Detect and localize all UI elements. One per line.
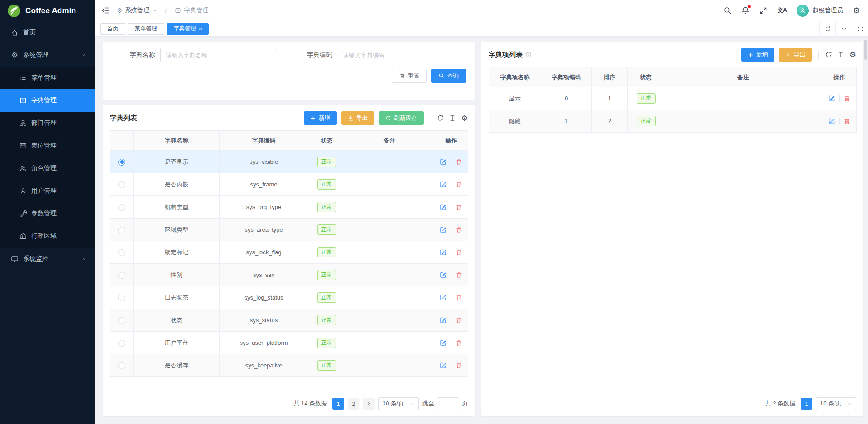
next-page-button[interactable] bbox=[363, 398, 375, 410]
tab-maximize-icon[interactable] bbox=[852, 21, 868, 36]
close-icon[interactable]: × bbox=[199, 26, 202, 32]
table-row[interactable]: 机构类型 sys_org_type 正常 bbox=[110, 196, 468, 219]
dict-code-input[interactable] bbox=[338, 48, 453, 62]
tab-menu-management[interactable]: 菜单管理 bbox=[128, 23, 164, 35]
fullscreen-icon[interactable] bbox=[760, 6, 768, 14]
delete-icon[interactable] bbox=[455, 249, 462, 256]
row-radio[interactable] bbox=[118, 159, 125, 166]
delete-icon[interactable] bbox=[455, 204, 462, 210]
table-row[interactable]: 状态 sys_status 正常 bbox=[110, 309, 468, 332]
edit-icon[interactable] bbox=[828, 118, 835, 124]
user-menu[interactable]: 超级管理员 bbox=[797, 5, 843, 17]
row-radio[interactable] bbox=[118, 272, 125, 279]
sidebar-item-dict-management[interactable]: 字典管理 bbox=[0, 89, 95, 112]
row-radio[interactable] bbox=[118, 181, 125, 188]
tab-refresh-icon[interactable] bbox=[819, 21, 835, 36]
row-radio[interactable] bbox=[118, 295, 125, 301]
reset-button[interactable]: 重置 bbox=[392, 69, 427, 83]
row-height-icon[interactable] bbox=[837, 51, 845, 59]
edit-icon[interactable] bbox=[440, 204, 447, 210]
main-area: ⚙ 系统管理 / 字典管理 文A 超级管理员 ⚙ 首页 菜单管理 bbox=[95, 0, 868, 424]
edit-icon[interactable] bbox=[440, 181, 447, 188]
tab-dropdown-chevron-icon[interactable] bbox=[835, 21, 852, 36]
edit-icon[interactable] bbox=[440, 294, 447, 301]
breadcrumb-system[interactable]: ⚙ 系统管理 bbox=[117, 6, 157, 14]
refresh-cache-button[interactable]: 刷新缓存 bbox=[379, 111, 424, 125]
table-refresh-icon[interactable] bbox=[437, 114, 444, 122]
sidebar-item-home[interactable]: 首页 bbox=[0, 21, 95, 44]
dict-name-cell: 是否缓存 bbox=[134, 354, 220, 377]
table-row[interactable]: 性别 sys_sex 正常 bbox=[110, 264, 468, 286]
edit-icon[interactable] bbox=[828, 95, 835, 102]
row-radio[interactable] bbox=[118, 227, 125, 233]
edit-icon[interactable] bbox=[440, 158, 447, 165]
sidebar-item-role-management[interactable]: 角色管理 bbox=[0, 157, 95, 180]
table-row[interactable]: 日志状态 sys_log_status 正常 bbox=[110, 286, 468, 309]
table-row[interactable]: 锁定标记 sys_lock_flag 正常 bbox=[110, 241, 468, 264]
table-row[interactable]: 是否缓存 sys_keepalive 正常 bbox=[110, 354, 468, 377]
sidebar-collapse-icon[interactable] bbox=[101, 6, 110, 15]
table-row[interactable]: 是否显示 sys_visible 正常 bbox=[110, 151, 468, 173]
translate-icon[interactable]: 文A bbox=[778, 6, 787, 14]
tab-dict-management[interactable]: 字典管理 × bbox=[167, 23, 209, 35]
notification-bell-icon[interactable] bbox=[741, 6, 750, 14]
table-refresh-icon[interactable] bbox=[825, 51, 833, 59]
sidebar-item-system-monitor[interactable]: 系统监控 bbox=[0, 248, 95, 270]
edit-icon[interactable] bbox=[440, 272, 447, 278]
table-row[interactable]: 用户平台 sys_user_platform 正常 bbox=[110, 332, 468, 354]
page-button-1[interactable]: 1 bbox=[332, 398, 344, 410]
sidebar-item-param-management[interactable]: 参数管理 bbox=[0, 202, 95, 225]
jump-page-input[interactable] bbox=[437, 397, 459, 410]
row-height-icon[interactable] bbox=[449, 114, 457, 122]
delete-icon[interactable] bbox=[455, 158, 462, 165]
delete-icon[interactable] bbox=[455, 294, 462, 301]
delete-icon[interactable] bbox=[844, 118, 850, 124]
delete-icon[interactable] bbox=[455, 226, 462, 233]
sidebar-item-menu-management[interactable]: 菜单管理 bbox=[0, 67, 95, 89]
row-radio[interactable] bbox=[118, 317, 125, 324]
page-size-select[interactable]: 10 条/页 bbox=[378, 397, 419, 410]
column-settings-gear-icon[interactable]: ⚙ bbox=[461, 114, 468, 122]
table-row[interactable]: 是否内嵌 sys_frame 正常 bbox=[110, 173, 468, 196]
row-radio[interactable] bbox=[118, 204, 125, 211]
window-scrollbar-thumb[interactable] bbox=[864, 40, 867, 60]
sidebar-item-system-management[interactable]: ⚙ 系统管理 bbox=[0, 44, 95, 67]
edit-icon[interactable] bbox=[440, 249, 447, 256]
table-row[interactable]: 显示 0 1 正常 bbox=[489, 87, 857, 110]
tab-home[interactable]: 首页 bbox=[100, 23, 125, 35]
query-button[interactable]: 查询 bbox=[431, 69, 466, 83]
delete-icon[interactable] bbox=[844, 95, 850, 102]
sidebar-item-dept-management[interactable]: 部门管理 bbox=[0, 112, 95, 134]
settings-gear-icon[interactable]: ⚙ bbox=[853, 7, 860, 14]
page-button-1[interactable]: 1 bbox=[801, 398, 812, 410]
add-item-button[interactable]: 新增 bbox=[741, 48, 774, 62]
sidebar-item-admin-region[interactable]: 行政区域 bbox=[0, 225, 95, 248]
delete-icon[interactable] bbox=[455, 339, 462, 346]
search-icon[interactable] bbox=[723, 6, 731, 14]
page-button-2[interactable]: 2 bbox=[348, 398, 359, 410]
app-logo[interactable]: Coffee Admin bbox=[0, 0, 95, 21]
row-radio[interactable] bbox=[118, 340, 125, 347]
delete-icon[interactable] bbox=[455, 317, 462, 324]
sidebar-item-post-management[interactable]: 岗位管理 bbox=[0, 134, 95, 157]
column-header: 排序 bbox=[592, 67, 628, 87]
sidebar-item-user-management[interactable]: 用户管理 bbox=[0, 180, 95, 202]
edit-icon[interactable] bbox=[440, 317, 447, 324]
delete-icon[interactable] bbox=[455, 181, 462, 188]
page-size-select[interactable]: 10 条/页 bbox=[816, 397, 856, 410]
edit-icon[interactable] bbox=[440, 226, 447, 233]
table-row[interactable]: 区域类型 sys_area_type 正常 bbox=[110, 219, 468, 241]
edit-icon[interactable] bbox=[440, 362, 447, 369]
row-radio[interactable] bbox=[118, 362, 125, 369]
export-button[interactable]: 导出 bbox=[341, 111, 374, 125]
dict-name-input[interactable] bbox=[160, 48, 276, 62]
edit-icon[interactable] bbox=[440, 339, 447, 346]
export-items-button[interactable]: 导出 bbox=[779, 48, 812, 62]
add-button[interactable]: 新增 bbox=[304, 111, 337, 125]
table-row[interactable]: 隐藏 1 2 正常 bbox=[489, 110, 857, 133]
page-unit: 页 bbox=[462, 400, 468, 408]
column-settings-gear-icon[interactable]: ⚙ bbox=[849, 51, 856, 59]
row-radio[interactable] bbox=[118, 249, 125, 256]
delete-icon[interactable] bbox=[455, 362, 462, 369]
delete-icon[interactable] bbox=[455, 272, 462, 278]
